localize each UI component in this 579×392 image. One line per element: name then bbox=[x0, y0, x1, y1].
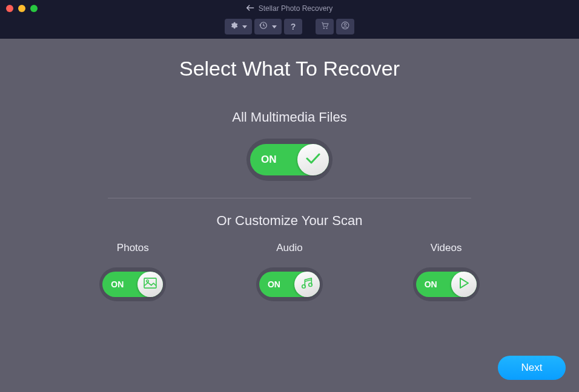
titlebar: Stellar Photo Recovery bbox=[0, 0, 579, 17]
next-button-label: Next bbox=[521, 362, 543, 374]
toggle-knob bbox=[137, 272, 163, 297]
audio-toggle[interactable]: ON bbox=[256, 267, 323, 301]
check-icon bbox=[305, 152, 321, 167]
maximize-window-button[interactable] bbox=[30, 5, 38, 12]
customize-section-title: Or Customize Your Scan bbox=[36, 213, 543, 229]
play-icon bbox=[458, 277, 469, 292]
next-button[interactable]: Next bbox=[498, 356, 566, 380]
divider bbox=[108, 198, 471, 198]
settings-menu-button[interactable] bbox=[225, 19, 252, 34]
page-title: Select What To Recover bbox=[36, 57, 543, 80]
toggle-state-label: ON bbox=[425, 279, 437, 289]
svg-point-3 bbox=[147, 280, 149, 283]
minimize-window-button[interactable] bbox=[18, 5, 25, 12]
videos-card: Videos ON bbox=[413, 242, 480, 301]
cart-icon bbox=[320, 21, 329, 32]
cart-button[interactable] bbox=[316, 19, 334, 34]
videos-label: Videos bbox=[431, 242, 462, 254]
photos-label: Photos bbox=[117, 242, 149, 254]
history-menu-button[interactable] bbox=[254, 19, 282, 34]
svg-point-1 bbox=[344, 24, 346, 26]
toolbar: ? bbox=[0, 17, 579, 39]
all-files-section-title: All Multimedia Files bbox=[36, 109, 543, 125]
photos-toggle[interactable]: ON bbox=[99, 267, 166, 301]
toggle-knob bbox=[451, 272, 477, 297]
chevron-down-icon bbox=[272, 25, 277, 28]
toggle-state-label: ON bbox=[268, 279, 280, 289]
gear-icon bbox=[230, 21, 238, 32]
category-toggles: Photos ON Audio ON bbox=[36, 242, 543, 301]
chevron-down-icon bbox=[242, 25, 247, 28]
help-icon: ? bbox=[291, 22, 296, 31]
music-icon bbox=[300, 276, 314, 292]
history-icon bbox=[259, 21, 268, 32]
toggle-state-label: ON bbox=[261, 154, 277, 166]
audio-card: Audio ON bbox=[256, 242, 323, 301]
main-content: Select What To Recover All Multimedia Fi… bbox=[0, 39, 579, 301]
back-icon[interactable] bbox=[246, 5, 255, 12]
toggle-knob bbox=[297, 144, 329, 175]
app-title-text: Stellar Photo Recovery bbox=[259, 4, 333, 13]
account-button[interactable] bbox=[336, 19, 354, 34]
help-button[interactable]: ? bbox=[284, 19, 302, 34]
user-icon bbox=[341, 21, 349, 32]
photo-icon bbox=[144, 278, 157, 291]
audio-label: Audio bbox=[276, 242, 302, 254]
toggle-state-label: ON bbox=[111, 279, 124, 289]
svg-rect-2 bbox=[144, 278, 156, 288]
traffic-lights bbox=[6, 5, 38, 12]
toggle-knob bbox=[294, 272, 320, 297]
videos-toggle[interactable]: ON bbox=[413, 267, 480, 301]
app-title: Stellar Photo Recovery bbox=[246, 4, 333, 13]
photos-card: Photos ON bbox=[99, 242, 166, 301]
all-multimedia-toggle[interactable]: ON bbox=[246, 139, 333, 181]
close-window-button[interactable] bbox=[6, 5, 13, 12]
